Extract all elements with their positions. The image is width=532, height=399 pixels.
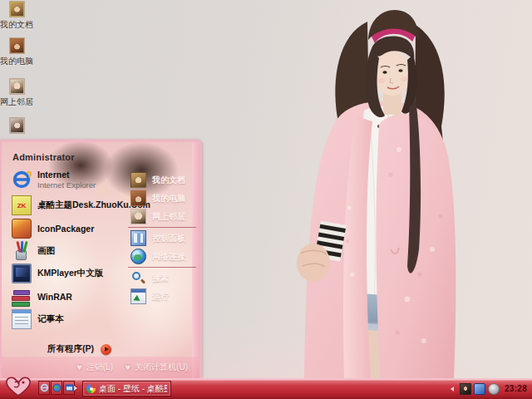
menu-item-notepad[interactable]: 记事本 xyxy=(12,309,64,329)
browser-pinwheel-icon xyxy=(86,384,96,393)
all-programs-arrow-icon xyxy=(101,344,111,355)
menu-item-search[interactable]: 搜索 xyxy=(131,270,169,286)
iconpackager-icon xyxy=(12,219,32,239)
heart-icon: ♥ xyxy=(125,362,131,373)
menu-item-label: KMPlayer中文版 xyxy=(37,268,103,279)
menu-item-label: 记事本 xyxy=(37,313,64,325)
menu-item-winrar[interactable]: WinRAR xyxy=(12,287,72,307)
menu-item-my-documents[interactable]: 我的文档 xyxy=(131,172,185,188)
menu-item-label: 控制面板 xyxy=(152,233,185,244)
run-icon xyxy=(131,288,146,304)
heart-icon: ♥ xyxy=(76,362,82,373)
menu-item-label: 画图 xyxy=(37,245,55,257)
menu-item-label: IconPackager xyxy=(37,224,94,234)
menu-item-label: 网上邻居 xyxy=(152,211,185,223)
menu-item-label: Internet xyxy=(37,170,96,180)
my-documents-photo-icon xyxy=(131,172,146,188)
start-menu: Administrator Internet Internet Explorer… xyxy=(0,140,202,378)
globe-icon xyxy=(52,383,62,392)
turn-off-label: 关闭计算机(U) xyxy=(135,362,188,373)
menu-item-control-panel[interactable]: 控制面板 xyxy=(131,230,185,246)
menu-item-network-connections[interactable]: 网络连接 xyxy=(131,249,185,264)
internet-explorer-icon xyxy=(40,383,49,392)
menu-divider xyxy=(128,267,196,268)
desktop-icon-label: 网上邻居 xyxy=(0,96,58,108)
all-programs-button[interactable]: 所有程序(P) xyxy=(47,343,111,355)
log-off-button[interactable]: ♥ 注销(L) xyxy=(76,362,113,373)
my-documents-photo-icon xyxy=(10,2,24,17)
desktop-icon-label: 我的文档 xyxy=(0,19,58,31)
all-programs-label: 所有程序(P) xyxy=(47,343,94,355)
paint-icon xyxy=(12,241,32,261)
log-off-label: 注销(L) xyxy=(86,362,113,373)
menu-item-label: 我的电脑 xyxy=(152,193,185,204)
menu-item-kmplayer[interactable]: KMPlayer中文版 xyxy=(12,264,103,283)
turn-off-computer-button[interactable]: ♥ 关闭计算机(U) xyxy=(125,362,188,373)
quicklaunch-expand-chevron-icon[interactable] xyxy=(74,383,81,392)
desktop-icon-fourth[interactable] xyxy=(0,118,58,135)
taskbar-clock[interactable]: 23:28 xyxy=(505,384,527,393)
menu-item-zhuoku-theme[interactable]: ZK 桌酷主题Desk.ZhuoKu.Com xyxy=(12,195,150,215)
desktop-screen: 我的文档 我的电脑 网上邻居 Administrator Internet In… xyxy=(0,0,532,399)
start-menu-right-edge xyxy=(192,142,200,378)
menu-item-label: 我的文档 xyxy=(152,175,185,186)
photo-icon xyxy=(10,118,24,133)
system-tray: 23:28 xyxy=(451,378,530,399)
menu-divider xyxy=(128,227,196,228)
globe-icon xyxy=(131,249,146,264)
winrar-icon xyxy=(12,287,32,307)
kmplayer-icon xyxy=(12,264,32,283)
desktop-icon-label: 我的电脑 xyxy=(0,56,58,67)
menu-item-my-computer[interactable]: 我的电脑 xyxy=(131,190,185,206)
notepad-icon xyxy=(12,309,32,329)
menu-item-network-places[interactable]: 网上邻居 xyxy=(131,209,185,224)
taskbar-window-title: 桌面 - 壁纸 - 桌酷壁… xyxy=(99,383,167,395)
menu-item-iconpackager[interactable]: IconPackager xyxy=(12,219,94,239)
start-menu-username: Administrator xyxy=(12,152,75,162)
menu-item-label: WinRAR xyxy=(37,292,72,302)
network-places-photo-icon xyxy=(10,79,24,94)
desktop-icon-my-documents[interactable]: 我的文档 xyxy=(0,2,58,31)
tray-collapse-chevron-icon[interactable] xyxy=(451,384,457,394)
menu-item-label: 运行 xyxy=(152,291,169,303)
menu-item-run[interactable]: 运行 xyxy=(131,288,169,304)
zhuoku-icon: ZK xyxy=(12,195,32,215)
menu-item-sublabel: Internet Explorer xyxy=(37,180,96,190)
tray-network-icon[interactable] xyxy=(474,383,485,395)
tray-photo-app-icon[interactable] xyxy=(460,383,471,395)
network-places-photo-icon xyxy=(131,209,146,224)
tray-volume-icon[interactable] xyxy=(488,383,500,395)
quicklaunch-internet-explorer[interactable] xyxy=(38,381,50,395)
menu-item-internet[interactable]: Internet Internet Explorer xyxy=(12,170,96,190)
menu-item-label: 搜索 xyxy=(152,273,169,284)
desktop-icon-my-computer[interactable]: 我的电脑 xyxy=(0,38,58,67)
my-computer-photo-icon xyxy=(131,190,146,206)
my-computer-photo-icon xyxy=(10,38,24,53)
browser-window-icon xyxy=(65,383,74,392)
quicklaunch-show-desktop[interactable] xyxy=(51,381,62,395)
quicklaunch-browser[interactable] xyxy=(63,381,75,395)
control-panel-icon xyxy=(131,230,146,246)
internet-explorer-icon xyxy=(12,170,32,190)
search-icon xyxy=(131,270,146,286)
menu-item-label: 网络连接 xyxy=(152,251,185,263)
menu-item-paint[interactable]: 画图 xyxy=(12,241,55,261)
taskbar-window-button[interactable]: 桌面 - 壁纸 - 桌酷壁… xyxy=(82,381,171,397)
start-button-heart[interactable] xyxy=(3,375,33,398)
taskbar: 桌面 - 壁纸 - 桌酷壁… 23:28 xyxy=(0,378,532,399)
desktop-icon-network-places[interactable]: 网上邻居 xyxy=(0,79,58,108)
